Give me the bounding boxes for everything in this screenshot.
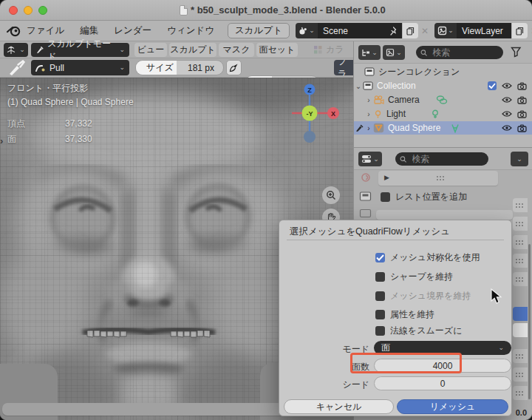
- mode-selector[interactable]: スカルプトモード ⌄: [31, 43, 129, 57]
- editor-type-button[interactable]: ⌄: [4, 43, 28, 57]
- preserve-attributes-row[interactable]: 属性を維持: [375, 308, 434, 320]
- cancel-button[interactable]: キャンセル: [284, 399, 394, 414]
- scrollbar[interactable]: [528, 244, 531, 399]
- document-icon: [180, 5, 188, 16]
- scene-browse-button[interactable]: ⌄: [296, 23, 318, 38]
- filter-icon[interactable]: [511, 47, 522, 58]
- camera-visibility-icon[interactable]: [517, 124, 527, 132]
- scene-name-field[interactable]: Scene: [318, 23, 402, 38]
- tab-render-icon[interactable]: [360, 172, 372, 183]
- tab-viewlayer-icon[interactable]: [359, 209, 372, 218]
- menu-mask[interactable]: マスク: [219, 43, 254, 57]
- eye-icon[interactable]: [502, 124, 512, 132]
- minimize-window-button[interactable]: [24, 6, 33, 15]
- faces-number-field[interactable]: 4000: [374, 359, 511, 373]
- eye-icon[interactable]: [502, 96, 512, 104]
- active-object: (1) Quad Sphere | Quad Sphere: [7, 98, 134, 107]
- preserve-mesh-boundary-row[interactable]: メッシュ境界を維持: [375, 290, 471, 302]
- rest-position-row[interactable]: レスト位置を追加: [381, 191, 467, 203]
- camera-visibility-icon[interactable]: [517, 110, 527, 118]
- eye-icon[interactable]: [502, 110, 512, 118]
- brush-popover-button[interactable]: ブラ: [334, 60, 353, 75]
- zoom-button[interactable]: [322, 186, 340, 204]
- menu-color[interactable]: カラ: [313, 43, 344, 57]
- rest-position-checkbox[interactable]: [381, 192, 390, 202]
- properties-editor-type-button[interactable]: ⌄: [358, 152, 382, 166]
- outliner-editor-type-button[interactable]: ⌄: [358, 45, 381, 60]
- eye-icon[interactable]: [502, 82, 512, 89]
- properties-search-input[interactable]: [411, 153, 484, 165]
- panel-sliver[interactable]: [513, 217, 528, 231]
- panel-drag-grip[interactable]: [436, 175, 446, 180]
- outliner-row-light[interactable]: › Light: [354, 107, 532, 121]
- menu-render[interactable]: レンダー: [109, 23, 156, 38]
- use-mesh-symmetry-checkbox[interactable]: [375, 253, 385, 262]
- mode-dropdown[interactable]: 面 ⌄: [374, 341, 511, 355]
- outliner-row-camera[interactable]: › Camera: [354, 93, 532, 106]
- panel-sliver[interactable]: [513, 235, 528, 249]
- scene-selector: ⌄ Scene ✕: [296, 23, 432, 38]
- properties-options-button[interactable]: ⌄: [511, 152, 528, 166]
- outliner-search[interactable]: [416, 46, 503, 59]
- outliner-display-mode-button[interactable]: ⌄: [383, 45, 405, 60]
- brush-selector[interactable]: Pull ⌄: [31, 60, 129, 75]
- tab-output-icon[interactable]: [359, 191, 372, 202]
- hidden-confirm-sliver[interactable]: [513, 307, 528, 321]
- workspace-tab-sculpt[interactable]: スカルプト: [228, 23, 290, 38]
- panel-sliver[interactable]: [513, 386, 528, 400]
- panel-sliver[interactable]: [513, 198, 528, 212]
- panel-sliver[interactable]: [513, 349, 528, 363]
- preserve-sharp-row[interactable]: シャープを維持: [375, 271, 453, 282]
- menu-face-sets[interactable]: 面セット: [256, 43, 298, 57]
- outliner-row-scene-collection[interactable]: シーンコレクション: [354, 65, 532, 78]
- disclosure-open-icon[interactable]: ⌄: [354, 82, 363, 90]
- outliner-search-input[interactable]: [431, 47, 499, 58]
- viewlayer-browse-button[interactable]: ⌄: [434, 23, 457, 38]
- scene-unlink-button[interactable]: ✕: [418, 23, 432, 38]
- camera-visibility-icon[interactable]: [517, 96, 527, 104]
- panel-expand-arrow[interactable]: ▶: [384, 174, 389, 181]
- disclosure-closed-icon[interactable]: ›: [364, 96, 373, 104]
- partial-panel[interactable]: [376, 210, 513, 220]
- viewlayer-new-button[interactable]: [512, 23, 528, 38]
- menu-sculpt[interactable]: スカルプト: [169, 43, 216, 57]
- properties-search[interactable]: [395, 152, 488, 166]
- toolbar-expand-arrow[interactable]: ›: [0, 135, 3, 146]
- preserve-mesh-boundary-checkbox[interactable]: [375, 291, 385, 301]
- size-pressure-toggle[interactable]: [226, 60, 242, 75]
- smooth-normals-row[interactable]: 法線をスムーズに: [375, 325, 462, 336]
- brush-size-slider[interactable]: サイズ 181 px: [135, 60, 224, 75]
- panel-sliver[interactable]: [513, 254, 528, 268]
- pin-icon[interactable]: [389, 27, 398, 35]
- disclosure-closed-icon[interactable]: ›: [364, 110, 373, 118]
- seed-number-field[interactable]: 0: [374, 376, 511, 390]
- panel-sliver[interactable]: [513, 368, 528, 382]
- menu-file[interactable]: ファイル: [22, 23, 69, 38]
- brush-selector-label: Pull: [50, 63, 64, 73]
- menu-edit[interactable]: 編集: [75, 23, 103, 38]
- tool-settings-bar: Pull ⌄ サイズ 181 px 強さ 0.400 ブラ: [0, 58, 353, 78]
- menu-window[interactable]: ウィンドウ: [163, 23, 219, 38]
- bottom-value: 0.0: [516, 408, 527, 417]
- preserve-attributes-checkbox[interactable]: [375, 310, 385, 319]
- collapsed-panel[interactable]: ▶: [378, 171, 498, 186]
- hidden-cancel-sliver[interactable]: [513, 323, 528, 337]
- smooth-normals-checkbox[interactable]: [375, 326, 385, 336]
- disclosure-closed-icon[interactable]: ›: [364, 124, 373, 132]
- remesh-confirm-button[interactable]: リメッシュ: [397, 399, 508, 414]
- scene-new-button[interactable]: [403, 23, 418, 38]
- menu-view[interactable]: ビュー: [134, 43, 167, 57]
- navigation-gizmo[interactable]: Z X -Y: [292, 80, 351, 154]
- preserve-sharp-checkbox[interactable]: [375, 272, 385, 282]
- zoom-window-button[interactable]: [38, 6, 47, 15]
- collection-checkbox[interactable]: [488, 81, 497, 90]
- use-mesh-symmetry-row[interactable]: メッシュ対称化を使用: [375, 251, 480, 263]
- panel-sliver[interactable]: [513, 272, 528, 286]
- viewlayer-name-field[interactable]: ViewLayer: [457, 23, 511, 38]
- viewlayer-remove-button[interactable]: ✕: [528, 23, 532, 38]
- outliner-row-quad-sphere[interactable]: › Quad Sphere: [354, 121, 532, 135]
- outliner-row-collection[interactable]: ⌄ Collection: [354, 79, 532, 92]
- close-window-button[interactable]: [9, 6, 18, 15]
- camera-visibility-icon[interactable]: [517, 82, 527, 90]
- row-label: シーンコレクション: [378, 66, 460, 78]
